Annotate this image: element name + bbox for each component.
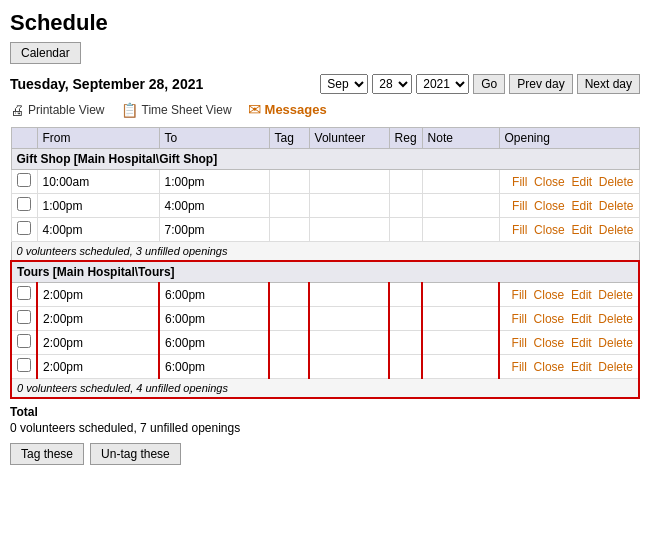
reg-cell bbox=[389, 283, 422, 307]
edit-link[interactable]: Edit bbox=[571, 199, 592, 213]
row-checkbox[interactable] bbox=[17, 197, 31, 211]
date-nav: Sep 28 2021 Go Prev day Next day bbox=[320, 74, 640, 94]
from-time: 2:00pm bbox=[37, 307, 159, 331]
fill-link[interactable]: Fill bbox=[512, 360, 527, 374]
go-button[interactable]: Go bbox=[473, 74, 505, 94]
close-link[interactable]: Close bbox=[534, 336, 565, 350]
th-tag: Tag bbox=[269, 128, 309, 149]
note-cell bbox=[422, 194, 499, 218]
row-checkbox[interactable] bbox=[17, 358, 31, 372]
fill-link[interactable]: Fill bbox=[512, 288, 527, 302]
tag-cell bbox=[269, 307, 309, 331]
th-checkbox bbox=[11, 128, 37, 149]
row-checkbox[interactable] bbox=[17, 221, 31, 235]
fill-link[interactable]: Fill bbox=[512, 312, 527, 326]
edit-link[interactable]: Edit bbox=[571, 288, 592, 302]
month-select[interactable]: Sep bbox=[320, 74, 368, 94]
edit-link[interactable]: Edit bbox=[571, 312, 592, 326]
fill-link[interactable]: Fill bbox=[512, 223, 527, 237]
reg-cell bbox=[389, 194, 422, 218]
to-time: 6:00pm bbox=[159, 283, 269, 307]
schedule-table: From To Tag Volunteer Reg Note Opening G… bbox=[10, 127, 640, 399]
tag-cell bbox=[269, 218, 309, 242]
delete-link[interactable]: Delete bbox=[599, 223, 634, 237]
total-label: Total bbox=[10, 405, 640, 419]
section-title-tours: Tours [Main Hospital\Tours] bbox=[11, 261, 639, 283]
messages-label: Messages bbox=[265, 102, 327, 117]
th-opening: Opening bbox=[499, 128, 639, 149]
fill-link[interactable]: Fill bbox=[512, 336, 527, 350]
delete-link[interactable]: Delete bbox=[598, 336, 633, 350]
messages-link[interactable]: ✉ Messages bbox=[248, 100, 327, 119]
table-row: 1:00pm 4:00pm Fill Close Edit Delete bbox=[11, 194, 639, 218]
from-time: 2:00pm bbox=[37, 283, 159, 307]
row-checkbox[interactable] bbox=[17, 310, 31, 324]
row-checkbox[interactable] bbox=[17, 334, 31, 348]
delete-link[interactable]: Delete bbox=[599, 175, 634, 189]
close-link[interactable]: Close bbox=[534, 223, 565, 237]
th-to: To bbox=[159, 128, 269, 149]
next-day-button[interactable]: Next day bbox=[577, 74, 640, 94]
to-time: 7:00pm bbox=[159, 218, 269, 242]
section-header-tours: Tours [Main Hospital\Tours] bbox=[11, 261, 639, 283]
top-bar: Tuesday, September 28, 2021 Sep 28 2021 … bbox=[10, 74, 640, 94]
delete-link[interactable]: Delete bbox=[599, 199, 634, 213]
table-row: 2:00pm 6:00pm Fill Close Edit Delete bbox=[11, 307, 639, 331]
fill-link[interactable]: Fill bbox=[512, 199, 527, 213]
close-link[interactable]: Close bbox=[534, 199, 565, 213]
note-cell bbox=[422, 355, 499, 379]
actions-cell: Fill Close Edit Delete bbox=[499, 355, 639, 379]
table-header-row: From To Tag Volunteer Reg Note Opening bbox=[11, 128, 639, 149]
to-time: 6:00pm bbox=[159, 355, 269, 379]
total-summary: 0 volunteers scheduled, 7 unfilled openi… bbox=[10, 421, 640, 435]
actions-cell: Fill Close Edit Delete bbox=[499, 170, 639, 194]
links-row: 🖨 Printable View 📋 Time Sheet View ✉ Mes… bbox=[10, 100, 640, 119]
printable-view-link[interactable]: 🖨 Printable View bbox=[10, 102, 105, 118]
tag-cell bbox=[269, 355, 309, 379]
note-cell bbox=[422, 170, 499, 194]
from-time: 1:00pm bbox=[37, 194, 159, 218]
close-link[interactable]: Close bbox=[534, 175, 565, 189]
to-time: 6:00pm bbox=[159, 331, 269, 355]
volunteer-cell bbox=[309, 194, 389, 218]
reg-cell bbox=[389, 218, 422, 242]
reg-cell bbox=[389, 170, 422, 194]
edit-link[interactable]: Edit bbox=[571, 360, 592, 374]
calendar-button[interactable]: Calendar bbox=[10, 42, 81, 64]
th-from: From bbox=[37, 128, 159, 149]
row-checkbox[interactable] bbox=[17, 173, 31, 187]
volunteer-cell bbox=[309, 355, 389, 379]
delete-link[interactable]: Delete bbox=[598, 360, 633, 374]
actions-cell: Fill Close Edit Delete bbox=[499, 194, 639, 218]
reg-cell bbox=[389, 307, 422, 331]
table-row: 2:00pm 6:00pm Fill Close Edit Delete bbox=[11, 331, 639, 355]
day-select[interactable]: 28 bbox=[372, 74, 412, 94]
close-link[interactable]: Close bbox=[534, 360, 565, 374]
tours-summary-row: 0 volunteers scheduled, 4 unfilled openi… bbox=[11, 379, 639, 399]
actions-cell: Fill Close Edit Delete bbox=[499, 331, 639, 355]
page-title: Schedule bbox=[10, 10, 640, 36]
delete-link[interactable]: Delete bbox=[598, 312, 633, 326]
bottom-buttons: Tag these Un-tag these bbox=[10, 443, 640, 465]
tag-cell bbox=[269, 194, 309, 218]
table-row: 4:00pm 7:00pm Fill Close Edit Delete bbox=[11, 218, 639, 242]
fill-link[interactable]: Fill bbox=[512, 175, 527, 189]
untag-these-button[interactable]: Un-tag these bbox=[90, 443, 181, 465]
delete-link[interactable]: Delete bbox=[598, 288, 633, 302]
close-link[interactable]: Close bbox=[534, 288, 565, 302]
tag-these-button[interactable]: Tag these bbox=[10, 443, 84, 465]
close-link[interactable]: Close bbox=[534, 312, 565, 326]
gift-shop-summary-row: 0 volunteers scheduled, 3 unfilled openi… bbox=[11, 242, 639, 262]
th-note: Note bbox=[422, 128, 499, 149]
edit-link[interactable]: Edit bbox=[571, 336, 592, 350]
gift-shop-summary: 0 volunteers scheduled, 3 unfilled openi… bbox=[11, 242, 639, 262]
edit-link[interactable]: Edit bbox=[571, 223, 592, 237]
edit-link[interactable]: Edit bbox=[571, 175, 592, 189]
reg-cell bbox=[389, 355, 422, 379]
row-checkbox[interactable] bbox=[17, 286, 31, 300]
prev-day-button[interactable]: Prev day bbox=[509, 74, 572, 94]
from-time: 10:00am bbox=[37, 170, 159, 194]
volunteer-cell bbox=[309, 218, 389, 242]
year-select[interactable]: 2021 bbox=[416, 74, 469, 94]
time-sheet-view-link[interactable]: 📋 Time Sheet View bbox=[121, 102, 232, 118]
